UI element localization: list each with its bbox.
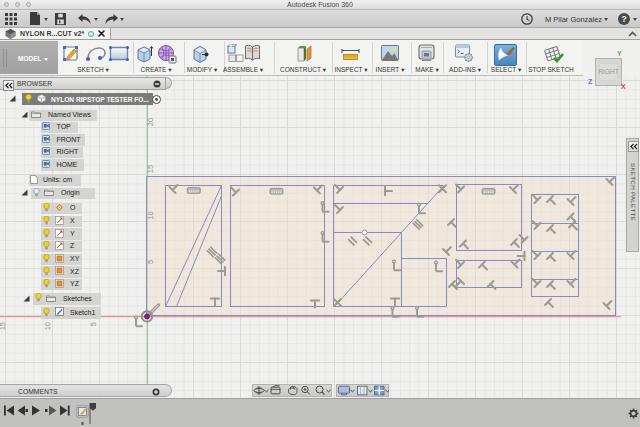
svg-text:15: 15 — [0, 322, 7, 330]
svg-text:?: ? — [621, 14, 626, 24]
svg-text:5: 5 — [89, 322, 98, 326]
svg-text:10: 10 — [43, 322, 52, 330]
